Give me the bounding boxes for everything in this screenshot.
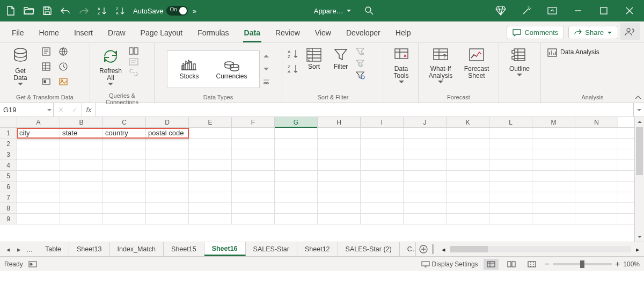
cell[interactable] — [146, 182, 189, 192]
sheet-nav-more-icon[interactable]: … — [25, 245, 34, 253]
currencies-type[interactable]: Currencies — [214, 57, 249, 81]
horizontal-scrollbar[interactable]: ◂ ▸ — [437, 242, 644, 256]
autosave-toggle[interactable]: AutoSave On — [133, 6, 188, 16]
cell[interactable] — [189, 214, 232, 224]
row-header[interactable]: 2 — [0, 139, 17, 149]
col-H[interactable]: H — [318, 117, 361, 127]
collapse-ribbon-icon[interactable] — [634, 95, 642, 100]
cell[interactable] — [318, 171, 361, 181]
cell[interactable] — [189, 203, 232, 213]
tab-view[interactable]: View — [308, 24, 339, 42]
cell[interactable] — [275, 214, 318, 224]
cell[interactable] — [447, 139, 489, 149]
cell[interactable] — [447, 182, 489, 192]
cell[interactable]: country — [103, 128, 146, 138]
cell[interactable] — [275, 192, 318, 202]
cell[interactable] — [189, 128, 232, 138]
expand-formula-icon[interactable] — [633, 103, 644, 117]
cell[interactable] — [60, 192, 103, 202]
view-normal-icon[interactable] — [484, 259, 499, 270]
col-D[interactable]: D — [146, 117, 189, 127]
cell[interactable] — [275, 139, 318, 149]
cell[interactable] — [189, 149, 232, 160]
cell[interactable] — [489, 160, 532, 170]
cell[interactable] — [447, 149, 489, 160]
cell[interactable] — [532, 160, 575, 170]
zoom-level[interactable]: 100% — [623, 260, 640, 268]
cell[interactable] — [361, 192, 404, 202]
cell[interactable] — [146, 139, 189, 149]
col-K[interactable]: K — [447, 117, 489, 127]
col-M[interactable]: M — [532, 117, 575, 127]
col-A[interactable]: A — [17, 117, 60, 127]
cell[interactable] — [361, 139, 404, 149]
cell[interactable] — [146, 203, 189, 213]
tab-developer[interactable]: Developer — [339, 24, 388, 42]
cell[interactable] — [361, 128, 404, 138]
cell[interactable] — [60, 149, 103, 160]
cell[interactable] — [532, 182, 575, 192]
cell[interactable] — [447, 192, 489, 202]
cell[interactable] — [232, 182, 275, 192]
cell[interactable] — [232, 171, 275, 181]
cell[interactable]: city — [17, 128, 60, 138]
ribbon-mode-icon[interactable] — [540, 0, 565, 21]
cell[interactable]: state — [60, 128, 103, 138]
cell[interactable] — [232, 160, 275, 170]
cell[interactable] — [17, 160, 60, 170]
sheet-tab[interactable]: C… — [400, 242, 416, 256]
cell[interactable] — [17, 171, 60, 181]
outline-button[interactable]: Outline — [503, 45, 536, 91]
cell[interactable] — [146, 149, 189, 160]
row-header[interactable]: 1 — [0, 128, 17, 138]
cell[interactable] — [17, 214, 60, 224]
existing-connections-icon[interactable] — [39, 75, 54, 88]
qat-sort-asc-icon[interactable]: AZ — [93, 2, 111, 19]
cell[interactable] — [232, 149, 275, 160]
cell[interactable] — [404, 149, 447, 160]
cell[interactable] — [404, 171, 447, 181]
cell[interactable] — [103, 160, 146, 170]
diamond-icon[interactable] — [488, 0, 513, 21]
tab-insert[interactable]: Insert — [67, 24, 100, 42]
tab-draw[interactable]: Draw — [100, 24, 133, 42]
recent-sources-icon[interactable] — [56, 60, 71, 73]
view-page-layout-icon[interactable] — [504, 259, 519, 270]
properties-icon[interactable] — [129, 58, 138, 66]
qat-overflow-icon[interactable]: » — [188, 7, 201, 15]
row-header[interactable]: 9 — [0, 214, 17, 224]
cell[interactable] — [404, 203, 447, 213]
cell[interactable] — [575, 182, 618, 192]
cancel-formula-icon[interactable]: ✕ — [54, 103, 68, 117]
from-text-icon[interactable] — [39, 45, 54, 58]
col-E[interactable]: E — [189, 117, 232, 127]
qat-undo-icon[interactable] — [57, 2, 74, 19]
edit-links-icon[interactable] — [129, 69, 138, 76]
scroll-thumb[interactable] — [636, 127, 643, 175]
tab-data[interactable]: Data — [237, 24, 268, 42]
cell[interactable] — [103, 214, 146, 224]
display-settings-button[interactable]: Display Settings — [421, 260, 478, 268]
cell[interactable] — [361, 214, 404, 224]
tab-file[interactable]: File — [4, 24, 32, 42]
forecast-sheet-button[interactable]: Forecast Sheet — [460, 45, 493, 91]
tab-formulas[interactable]: Formulas — [190, 24, 236, 42]
cell[interactable] — [17, 203, 60, 213]
gallery-more-icon[interactable] — [263, 79, 269, 84]
row-header[interactable]: 4 — [0, 160, 17, 170]
formula-input[interactable] — [96, 103, 633, 117]
cell[interactable] — [60, 203, 103, 213]
refresh-all-button[interactable]: Refresh All — [94, 45, 127, 91]
sheet-tab[interactable]: Sheet13 — [69, 242, 110, 256]
from-picture-icon[interactable] — [56, 75, 71, 88]
sheet-nav-prev-icon[interactable]: ◂ — [3, 245, 13, 253]
row-header[interactable]: 3 — [0, 149, 17, 160]
sheet-tab[interactable]: SALES-Star (2) — [338, 242, 400, 256]
row-header[interactable]: 6 — [0, 182, 17, 192]
cell[interactable] — [103, 149, 146, 160]
cell[interactable] — [489, 192, 532, 202]
row-header[interactable]: 5 — [0, 171, 17, 181]
cell[interactable] — [532, 139, 575, 149]
cell[interactable] — [404, 128, 447, 138]
cell[interactable] — [404, 139, 447, 149]
